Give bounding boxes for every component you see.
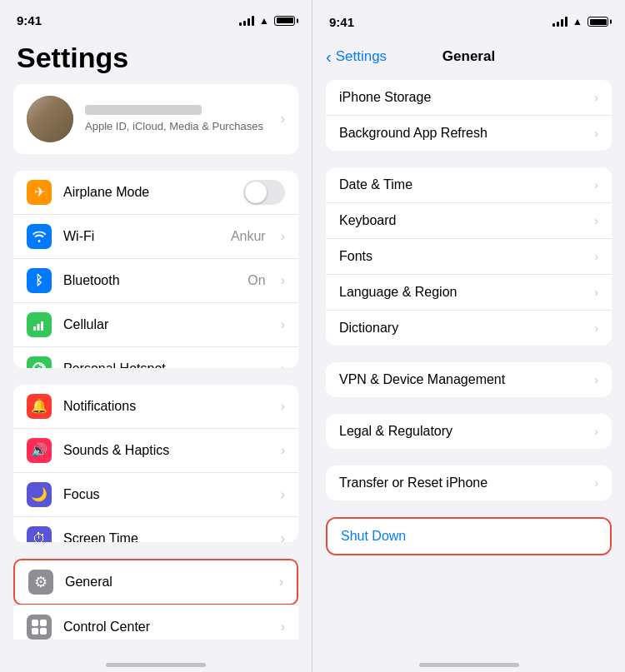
control-label: Control Center — [63, 620, 269, 635]
general-chevron: › — [279, 575, 283, 590]
date-time-row[interactable]: Date & Time › — [326, 167, 612, 203]
fonts-chevron: › — [594, 250, 598, 263]
fonts-label: Fonts — [339, 249, 594, 264]
svg-rect-2 — [41, 321, 43, 331]
date-time-chevron: › — [594, 178, 598, 192]
dictionary-chevron: › — [594, 321, 598, 335]
profile-name-blur — [85, 105, 202, 115]
screentime-row[interactable]: ⏱ Screen Time › — [13, 517, 298, 543]
nav-title: General — [442, 48, 495, 65]
profile-info: Apple ID, iCloud, Media & Purchases — [85, 105, 269, 132]
sounds-icon: 🔊 — [27, 438, 52, 463]
airplane-toggle[interactable] — [243, 180, 285, 205]
hotspot-chevron: › — [281, 361, 285, 368]
cellular-row[interactable]: Cellular › — [13, 303, 298, 347]
status-bar-left: 9:41 ▲ — [0, 0, 312, 35]
svg-rect-8 — [40, 628, 47, 635]
language-chevron: › — [594, 286, 598, 299]
sounds-chevron: › — [281, 443, 285, 458]
svg-rect-1 — [38, 324, 40, 331]
notifications-icon: 🔔 — [27, 394, 52, 419]
wifi-icon — [27, 224, 52, 249]
status-icons-right: ▲ — [552, 16, 608, 27]
shutdown-row[interactable]: Shut Down — [328, 519, 610, 554]
fonts-row[interactable]: Fonts › — [326, 239, 612, 275]
profile-sublabel: Apple ID, iCloud, Media & Purchases — [85, 120, 269, 132]
control-icon — [27, 615, 52, 640]
transfer-chevron: › — [594, 476, 598, 490]
keyboard-chevron: › — [594, 214, 598, 227]
focus-chevron: › — [281, 487, 285, 502]
dictionary-label: Dictionary — [339, 321, 594, 336]
vpn-group: VPN & Device Management › — [326, 362, 612, 397]
legal-label: Legal & Regulatory — [339, 424, 594, 439]
avatar — [27, 96, 73, 142]
airplane-icon: ✈ — [27, 180, 52, 205]
iphone-storage-label: iPhone Storage — [339, 90, 594, 105]
battery-icon-right — [588, 17, 608, 27]
settings-panel: 9:41 ▲ Settings Apple ID, iCloud, Media … — [0, 0, 312, 672]
home-indicator-left — [0, 656, 312, 672]
keyboard-label: Keyboard — [339, 213, 594, 228]
dictionary-row[interactable]: Dictionary › — [326, 311, 612, 346]
airplane-mode-row[interactable]: ✈ Airplane Mode — [13, 171, 298, 215]
bluetooth-row[interactable]: ᛒ Bluetooth On › — [13, 259, 298, 303]
notifications-chevron: › — [281, 399, 285, 414]
back-button[interactable]: ‹ Settings — [326, 47, 387, 67]
wifi-status-icon: ▲ — [259, 15, 269, 27]
back-chevron-icon: ‹ — [326, 47, 332, 67]
battery-icon-left — [274, 16, 295, 26]
nav-bar: ‹ Settings General — [312, 37, 625, 73]
profile-card[interactable]: Apple ID, iCloud, Media & Purchases › — [13, 84, 298, 154]
general-row[interactable]: ⚙ General › — [13, 559, 298, 605]
bg-refresh-label: Background App Refresh — [339, 126, 594, 141]
vpn-chevron: › — [594, 373, 598, 386]
cellular-icon — [27, 312, 52, 337]
date-group: Date & Time › Keyboard › Fonts › Languag… — [326, 167, 612, 346]
iphone-storage-row[interactable]: iPhone Storage › — [326, 80, 612, 116]
general-group-wrapper: ⚙ General › Control Center › — [13, 559, 298, 640]
time-right: 9:41 — [329, 15, 354, 29]
date-time-label: Date & Time — [339, 177, 594, 192]
sounds-label: Sounds & Haptics — [63, 443, 269, 458]
focus-row[interactable]: 🌙 Focus › — [13, 473, 298, 517]
profile-chevron: › — [281, 112, 285, 127]
hotspot-label: Personal Hotspot — [63, 361, 269, 368]
svg-rect-5 — [32, 620, 38, 626]
keyboard-row[interactable]: Keyboard › — [326, 203, 612, 239]
time-left: 9:41 — [17, 13, 42, 27]
language-row[interactable]: Language & Region › — [326, 275, 612, 311]
iphone-storage-chevron: › — [594, 91, 598, 104]
svg-rect-7 — [32, 628, 38, 635]
hotspot-row[interactable]: Personal Hotspot › — [13, 347, 298, 368]
svg-rect-0 — [33, 326, 36, 331]
notifications-row[interactable]: 🔔 Notifications › — [13, 385, 298, 429]
airplane-label: Airplane Mode — [63, 185, 232, 200]
home-indicator-right — [312, 655, 625, 672]
svg-rect-6 — [40, 620, 47, 626]
sounds-row[interactable]: 🔊 Sounds & Haptics › — [13, 429, 298, 473]
cellular-label: Cellular — [63, 317, 269, 332]
page-title: Settings — [0, 35, 312, 84]
signal-icon-right — [552, 17, 568, 27]
transfer-group: Transfer or Reset iPhone › — [326, 465, 612, 500]
screentime-icon: ⏱ — [27, 526, 52, 543]
screentime-label: Screen Time — [63, 531, 269, 543]
hotspot-icon — [27, 356, 52, 368]
vpn-row[interactable]: VPN & Device Management › — [326, 362, 612, 397]
shutdown-group: Shut Down — [326, 517, 612, 555]
wifi-row[interactable]: Wi-Fi Ankur › — [13, 215, 298, 259]
bg-refresh-row[interactable]: Background App Refresh › — [326, 116, 612, 151]
status-bar-right: 9:41 ▲ — [312, 0, 625, 37]
transfer-label: Transfer or Reset iPhone — [339, 475, 594, 490]
bluetooth-icon: ᛒ — [27, 268, 52, 293]
signal-icon — [239, 16, 254, 26]
screentime-chevron: › — [281, 531, 285, 543]
language-label: Language & Region — [339, 285, 594, 300]
wifi-status-icon-right: ▲ — [572, 16, 582, 27]
legal-row[interactable]: Legal & Regulatory › — [326, 414, 612, 449]
shutdown-label: Shut Down — [341, 529, 597, 544]
transfer-row[interactable]: Transfer or Reset iPhone › — [326, 465, 612, 500]
control-center-row[interactable]: Control Center › — [13, 605, 298, 640]
focus-label: Focus — [63, 487, 269, 502]
